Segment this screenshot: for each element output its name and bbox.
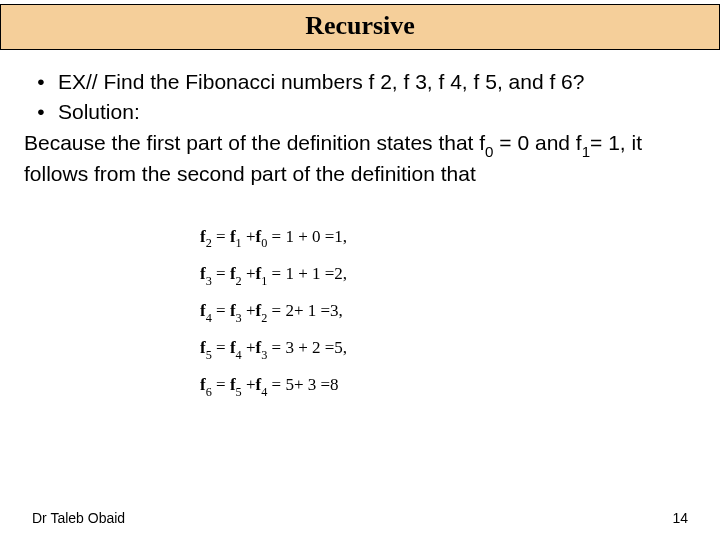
eq-rhs: = 1 + 0 =1, bbox=[272, 227, 348, 246]
title-bar: Recursive bbox=[0, 4, 720, 50]
eq-rhs: = 5+ 3 =8 bbox=[272, 375, 339, 394]
eq-rhs: = 3 + 2 =5, bbox=[272, 338, 348, 357]
eq-sub: 1 bbox=[236, 236, 242, 250]
eq-sub: 3 bbox=[261, 348, 267, 362]
bullet-dot: • bbox=[24, 68, 58, 96]
equation-row: f2 = f1 +f0 = 1 + 0 =1, bbox=[200, 219, 520, 256]
eq-sym: f bbox=[230, 227, 236, 246]
eq-rhs: = 1 + 1 =2, bbox=[272, 264, 348, 283]
subscript: 0 bbox=[485, 143, 493, 160]
bullet-item: • Solution: bbox=[24, 98, 696, 126]
bullet-item: • EX// Find the Fibonacci numbers f 2, f… bbox=[24, 68, 696, 96]
eq-sym: f bbox=[200, 227, 206, 246]
content-area: • EX// Find the Fibonacci numbers f 2, f… bbox=[0, 50, 720, 404]
bullet-text: Solution: bbox=[58, 98, 696, 126]
eq-sub: 3 bbox=[236, 311, 242, 325]
para-part: Because the first part of the definition… bbox=[24, 131, 485, 154]
eq-sub: 4 bbox=[261, 385, 267, 399]
eq-sub: 5 bbox=[236, 385, 242, 399]
eq-sub: 5 bbox=[206, 348, 212, 362]
eq-sym: f bbox=[230, 301, 236, 320]
eq-sub: 2 bbox=[206, 236, 212, 250]
slide-title: Recursive bbox=[1, 11, 719, 41]
eq-sub: 4 bbox=[206, 311, 212, 325]
eq-sym: f bbox=[230, 375, 236, 394]
eq-sub: 2 bbox=[236, 274, 242, 288]
eq-sym: f bbox=[230, 338, 236, 357]
equation-row: f6 = f5 +f4 = 5+ 3 =8 bbox=[200, 367, 520, 404]
footer-author: Dr Taleb Obaid bbox=[32, 510, 125, 526]
eq-sub: 0 bbox=[261, 236, 267, 250]
eq-sym: f bbox=[200, 338, 206, 357]
eq-sym: f bbox=[200, 301, 206, 320]
footer-page-number: 14 bbox=[672, 510, 688, 526]
equation-block: f2 = f1 +f0 = 1 + 0 =1, f3 = f2 +f1 = 1 … bbox=[200, 219, 520, 404]
eq-sub: 3 bbox=[206, 274, 212, 288]
eq-sub: 1 bbox=[261, 274, 267, 288]
para-part: = 0 and f bbox=[494, 131, 582, 154]
eq-sym: f bbox=[230, 264, 236, 283]
equation-row: f5 = f4 +f3 = 3 + 2 =5, bbox=[200, 330, 520, 367]
bullet-dot: • bbox=[24, 98, 58, 126]
equation-row: f4 = f3 +f2 = 2+ 1 =3, bbox=[200, 293, 520, 330]
solution-paragraph: Because the first part of the definition… bbox=[24, 129, 696, 189]
eq-sub: 4 bbox=[236, 348, 242, 362]
equation-row: f3 = f2 +f1 = 1 + 1 =2, bbox=[200, 256, 520, 293]
bullet-text: EX// Find the Fibonacci numbers f 2, f 3… bbox=[58, 68, 696, 96]
eq-sym: f bbox=[200, 264, 206, 283]
subscript: 1 bbox=[582, 143, 590, 160]
eq-rhs: = 2+ 1 =3, bbox=[272, 301, 343, 320]
footer: Dr Taleb Obaid 14 bbox=[0, 510, 720, 526]
eq-sub: 2 bbox=[261, 311, 267, 325]
eq-sym: f bbox=[200, 375, 206, 394]
eq-sub: 6 bbox=[206, 385, 212, 399]
